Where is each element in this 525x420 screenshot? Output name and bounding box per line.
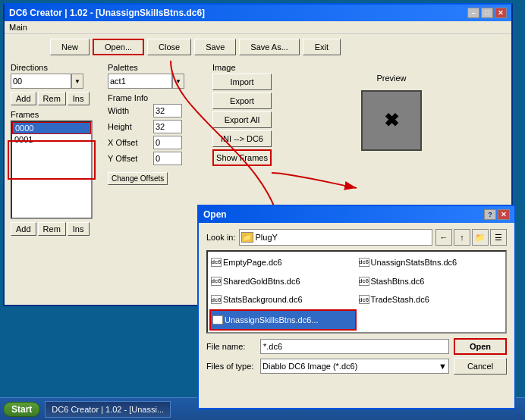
- width-input[interactable]: [153, 104, 182, 118]
- dialog-close-button[interactable]: ✕: [498, 209, 510, 220]
- directions-arrow[interactable]: ▼: [71, 74, 83, 89]
- file-item-stats-bg[interactable]: dc6 StatsBackground.dc6: [209, 291, 357, 309]
- directions-rem-button[interactable]: Rem: [38, 92, 66, 105]
- open-button[interactable]: Open...: [93, 39, 144, 55]
- save-button[interactable]: Save: [194, 39, 236, 55]
- file-icon-trade: dc6: [359, 295, 369, 304]
- middle-panel: Palettes ▼ Frame Info Width Height X Off…: [108, 63, 206, 240]
- open-dialog: Open ? ✕ Look in: 📁 PlugY ← ↑ 📁 ☰ dc6 Em…: [197, 205, 516, 409]
- directions-ins-button[interactable]: Ins: [68, 92, 90, 105]
- file-icon-0: dc6: [211, 258, 222, 267]
- dialog-help-button[interactable]: ?: [484, 209, 496, 220]
- look-in-combo[interactable]: 📁 PlugY: [239, 229, 432, 246]
- show-frames-button[interactable]: Show Frames: [212, 149, 272, 166]
- y-offset-label: Y Offset: [108, 154, 153, 163]
- files-of-type-row: Files of type: Diablo DC6 Image (*.dc6) …: [206, 358, 507, 375]
- files-of-type-arrow[interactable]: ▼: [439, 362, 447, 371]
- dialog-open-button[interactable]: Open: [454, 338, 507, 355]
- title-bar: DC6 Creator | 1.02 - [UnassignSkillsBtns…: [5, 5, 511, 21]
- y-offset-input[interactable]: [153, 152, 182, 165]
- menu-bar: Main: [5, 21, 511, 34]
- ini-dc6-button[interactable]: INI --> DC6: [212, 130, 272, 147]
- dialog-body: Look in: 📁 PlugY ← ↑ 📁 ☰ dc6 EmptyPage.d…: [199, 223, 514, 384]
- toolbar: New Open... Close Save Save As... Exit: [5, 34, 511, 60]
- look-in-toolbar: ← ↑ 📁 ☰: [435, 229, 507, 246]
- file-icon-shared: dc6: [211, 277, 222, 286]
- file-item-stash[interactable]: dc6 StashBtns.dc6: [357, 272, 505, 290]
- look-in-value: PlugY: [256, 233, 278, 242]
- palette-input[interactable]: [108, 74, 172, 89]
- import-button[interactable]: Import: [212, 74, 272, 90]
- menu-main[interactable]: Main: [9, 23, 27, 32]
- window-close-button[interactable]: ✕: [495, 8, 507, 18]
- directions-input[interactable]: [11, 74, 71, 89]
- look-in-label: Look in:: [206, 233, 236, 242]
- files-of-type-label: Files of type:: [206, 362, 256, 371]
- look-in-row: Look in: 📁 PlugY ← ↑ 📁 ☰: [206, 229, 507, 246]
- file-name-trade: TradeStash.dc6: [371, 295, 429, 304]
- frame-item-1[interactable]: 0001: [12, 134, 91, 145]
- palettes-label: Palettes: [108, 63, 206, 72]
- dialog-title-text: Open: [203, 209, 227, 220]
- nav-up-button[interactable]: ↑: [454, 229, 470, 246]
- file-icon-unassign-skills: dc6: [212, 315, 223, 324]
- file-name-input[interactable]: [260, 339, 449, 354]
- preview-box: ✖: [361, 90, 422, 151]
- y-offset-row: Y Offset: [108, 152, 206, 165]
- file-item-shared[interactable]: dc6 SharedGoldBtns.dc6: [209, 272, 357, 290]
- export-button[interactable]: Export: [212, 92, 272, 109]
- frames-label: Frames: [11, 110, 102, 119]
- file-icon-stats-bg: dc6: [211, 295, 222, 304]
- title-bar-buttons: – □ ✕: [467, 8, 507, 18]
- preview-area: Preview ✖: [278, 74, 505, 166]
- taskbar-app-item[interactable]: DC6 Creator | 1.02 - [Unassi...: [45, 401, 171, 418]
- left-panel: Directions ▼ Add Rem Ins Frames 0000 000…: [11, 63, 102, 240]
- new-button[interactable]: New: [50, 39, 90, 55]
- file-name-stash: StashBtns.dc6: [371, 277, 425, 286]
- file-name-0: EmptyPage.dc6: [223, 258, 282, 267]
- frames-list[interactable]: 0000 0001: [11, 121, 93, 219]
- image-buttons: Import Export Export All INI --> DC6 Sho…: [212, 74, 272, 166]
- frames-add-button[interactable]: Add: [11, 222, 36, 236]
- minimize-button[interactable]: –: [467, 8, 479, 18]
- frames-btn-row: Add Rem Ins: [11, 222, 102, 236]
- save-as-button[interactable]: Save As...: [239, 39, 300, 55]
- palette-combo: ▼: [108, 74, 206, 89]
- right-panel-inner: Import Export Export All INI --> DC6 Sho…: [212, 74, 505, 166]
- frame-info-label: Frame Info: [108, 93, 206, 102]
- dialog-cancel-button[interactable]: Cancel: [454, 358, 507, 375]
- file-name-shared: SharedGoldBtns.dc6: [223, 277, 300, 286]
- window-title: DC6 Creator | 1.02 - [UnassignSkillsBtns…: [9, 8, 205, 18]
- exit-button[interactable]: Exit: [303, 39, 341, 55]
- x-offset-row: X Offset: [108, 136, 206, 149]
- file-item-unassign-skills[interactable]: dc6 UnassignSkillsBtns.dc6...: [209, 309, 357, 331]
- export-all-button[interactable]: Export All: [212, 111, 272, 128]
- x-offset-input[interactable]: [153, 136, 182, 149]
- file-item-unassign-stats[interactable]: dc6 UnassignStatsBtns.dc6: [357, 253, 505, 271]
- file-name-row: File name: Open: [206, 338, 507, 355]
- palette-arrow[interactable]: ▼: [172, 74, 184, 89]
- dialog-title: Open ? ✕: [199, 206, 514, 223]
- file-name-stats-bg: StatsBackground.dc6: [223, 295, 303, 304]
- height-label: Height: [108, 122, 153, 131]
- files-area[interactable]: dc6 EmptyPage.dc6 dc6 UnassignStatsBtns.…: [206, 250, 507, 334]
- nav-back-button[interactable]: ←: [435, 229, 452, 246]
- frames-ins-button[interactable]: Ins: [68, 222, 90, 236]
- close-button[interactable]: Close: [147, 39, 191, 55]
- height-input[interactable]: [153, 120, 182, 133]
- file-item-0[interactable]: dc6 EmptyPage.dc6: [209, 253, 357, 271]
- frame-item-0[interactable]: 0000: [12, 122, 91, 134]
- frames-rem-button[interactable]: Rem: [38, 222, 66, 236]
- directions-add-button[interactable]: Add: [11, 92, 36, 105]
- maximize-button[interactable]: □: [481, 8, 493, 18]
- change-offsets-button[interactable]: Change Offsets: [108, 172, 168, 185]
- new-folder-button[interactable]: 📁: [472, 229, 489, 246]
- file-name-unassign-skills: UnassignSkillsBtns.dc6...: [225, 315, 319, 324]
- preview-label: Preview: [278, 74, 505, 83]
- view-toggle-button[interactable]: ☰: [490, 229, 507, 246]
- start-button[interactable]: Start: [3, 402, 40, 417]
- file-icon-stash: dc6: [359, 277, 369, 286]
- folder-icon: 📁: [241, 232, 253, 243]
- x-offset-label: X Offset: [108, 138, 153, 147]
- file-item-trade[interactable]: dc6 TradeStash.dc6: [357, 291, 505, 309]
